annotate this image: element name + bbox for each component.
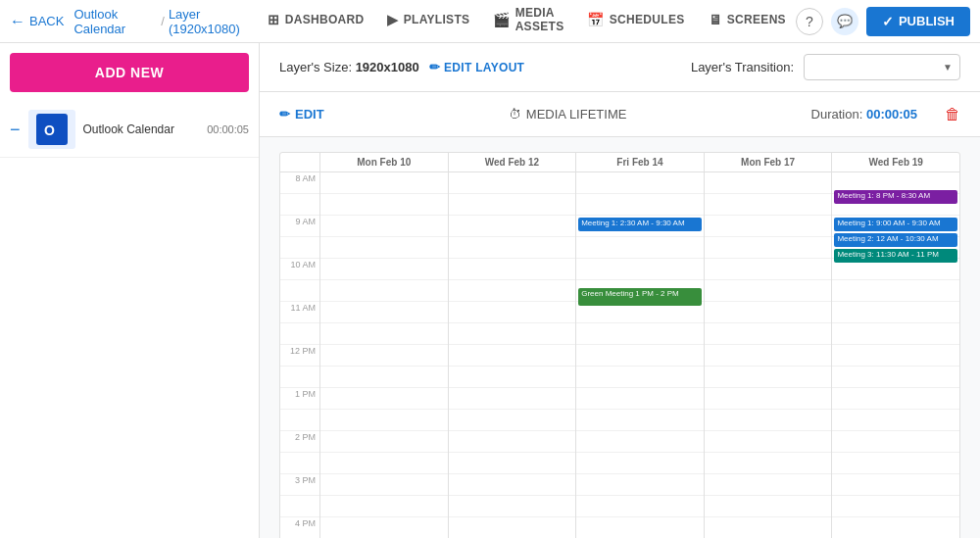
outlook-icon: O <box>36 114 68 145</box>
media-lifetime-label: MEDIA LIFETIME <box>526 107 627 122</box>
nav-item-media-assets[interactable]: 🎬 MEDIA ASSETS <box>483 0 573 42</box>
back-label: BACK <box>29 14 64 28</box>
day-header-4: Wed Feb 19 <box>831 153 959 171</box>
calendar-event: Meeting 2: 12 AM - 10:30 AM <box>834 233 957 247</box>
day-col-4: Meeting 1: 8 PM - 8:30 AM Meeting 1: 9:0… <box>831 172 959 538</box>
calendar-header: Mon Feb 10 Wed Feb 12 Fri Feb 14 Mon Feb… <box>280 153 959 172</box>
pencil-icon: ✏ <box>429 60 440 74</box>
time-slot <box>280 453 319 474</box>
media-duration: 00:00:05 <box>207 123 249 135</box>
duration-value: 00:00:05 <box>866 107 917 122</box>
publish-label: PUBLISH <box>899 14 955 28</box>
calendar-event: Meeting 1: 9:00 AM - 9:30 AM <box>834 218 957 231</box>
breadcrumb-sep: / <box>161 14 165 28</box>
layer-size-label: Layer's Size: 1920x1080 <box>279 60 419 74</box>
time-slot: 8 AM <box>280 172 319 194</box>
transition-select[interactable] <box>804 54 960 80</box>
edit-button[interactable]: ✏ EDIT <box>279 107 324 122</box>
top-nav: ← BACK Outlook Calendar / Layer (1920x10… <box>0 0 980 43</box>
nav-item-schedules[interactable]: 📅 SCHEDULES <box>577 6 694 36</box>
transition-label: Layer's Transition: <box>691 60 794 74</box>
calendar-event: Green Meeting 1 PM - 2 PM <box>578 288 702 306</box>
time-slot <box>280 194 319 216</box>
time-slot: 12 PM <box>280 345 319 367</box>
day-col-2: Meeting 1: 2:30 AM - 9:30 AM Green Meeti… <box>575 172 704 538</box>
media-thumbnail: O <box>28 110 75 149</box>
calendar-preview: Mon Feb 10 Wed Feb 12 Fri Feb 14 Mon Feb… <box>279 152 960 538</box>
nav-item-screens[interactable]: 🖥 SCREENS <box>699 6 796 36</box>
day-header-1: Wed Feb 12 <box>448 153 576 171</box>
breadcrumb-title: Outlook Calendar <box>74 7 157 36</box>
time-slot: 3 PM <box>280 474 319 496</box>
add-new-button[interactable]: ADD NEW <box>10 53 249 92</box>
time-slot: 1 PM <box>280 388 319 410</box>
clock-icon: ⏱ <box>509 107 521 122</box>
time-slot <box>280 496 319 517</box>
breadcrumb-sub: Layer (1920x1080) <box>169 7 259 36</box>
publish-button[interactable]: ✓ PUBLISH <box>866 7 970 36</box>
calendar-event: Meeting 1: 2:30 AM - 9:30 AM <box>578 218 702 231</box>
transition-select-wrapper: ▼ <box>804 54 960 80</box>
media-name: Outlook Calendar <box>83 122 200 136</box>
sidebar: ADD NEW − O Outlook Calendar 00:00:05 <box>0 43 260 538</box>
media-toolbar: ✏ EDIT ⏱ MEDIA LIFETIME Duration: 00:00:… <box>260 92 980 137</box>
back-arrow-icon: ← <box>10 13 25 30</box>
nav-item-playlists[interactable]: ▶ PLAYLISTS <box>377 6 479 36</box>
svg-text:O: O <box>44 122 55 138</box>
nav-item-dashboard[interactable]: ⊞ DASHBOARD <box>258 6 373 36</box>
calendar-container: Mon Feb 10 Wed Feb 12 Fri Feb 14 Mon Feb… <box>260 137 980 538</box>
day-columns: Meeting 1: 2:30 AM - 9:30 AM Green Meeti… <box>319 172 959 538</box>
content-header: Layer's Size: 1920x1080 ✏ EDIT LAYOUT La… <box>260 43 980 92</box>
content-area: Layer's Size: 1920x1080 ✏ EDIT LAYOUT La… <box>260 43 980 538</box>
day-header-0: Mon Feb 10 <box>319 153 448 171</box>
check-icon: ✓ <box>882 14 894 29</box>
schedules-icon: 📅 <box>587 12 604 27</box>
media-lifetime-button[interactable]: ⏱ MEDIA LIFETIME <box>509 107 627 122</box>
chat-button[interactable]: 💬 <box>831 8 858 35</box>
main-layout: ADD NEW − O Outlook Calendar 00:00:05 La… <box>0 43 980 538</box>
nav-label-screens: SCREENS <box>727 13 786 26</box>
day-col-3 <box>704 172 832 538</box>
media-assets-icon: 🎬 <box>493 12 510 27</box>
layer-size-value: 1920x1080 <box>356 60 419 74</box>
time-slot <box>280 410 319 431</box>
edit-label: EDIT <box>295 107 324 122</box>
remove-button[interactable]: − <box>10 120 21 140</box>
breadcrumb: Outlook Calendar / Layer (1920x1080) <box>74 7 258 36</box>
time-slot: 4 PM <box>280 517 319 538</box>
time-slot: 2 PM <box>280 431 319 453</box>
duration-label: Duration: 00:00:05 <box>811 107 917 122</box>
time-slot: 9 AM <box>280 216 319 237</box>
time-slot: 10 AM <box>280 259 319 280</box>
edit-layout-label: EDIT LAYOUT <box>444 61 524 74</box>
nav-label-media-assets: MEDIA ASSETS <box>515 6 564 33</box>
list-item[interactable]: − O Outlook Calendar 00:00:05 <box>0 102 259 158</box>
nav-right: ? 💬 ✓ PUBLISH <box>796 7 970 36</box>
time-slot: 11 AM <box>280 302 319 323</box>
edit-pencil-icon: ✏ <box>279 107 290 122</box>
day-header-2: Fri Feb 14 <box>575 153 704 171</box>
time-slot <box>280 323 319 345</box>
day-col-1 <box>448 172 576 538</box>
dashboard-icon: ⊞ <box>268 12 279 27</box>
day-header-3: Mon Feb 17 <box>704 153 832 171</box>
playlists-icon: ▶ <box>387 12 398 27</box>
edit-layout-button[interactable]: ✏ EDIT LAYOUT <box>429 60 525 74</box>
delete-button[interactable]: 🗑 <box>945 106 960 123</box>
calendar-event: Meeting 3: 11:30 AM - 11 PM <box>834 249 957 263</box>
back-button[interactable]: ← BACK <box>10 13 64 30</box>
calendar-body: 8 AM 9 AM 10 AM 11 AM 12 PM 1 PM 2 PM <box>280 172 959 538</box>
time-slot <box>280 237 319 259</box>
help-button[interactable]: ? <box>796 8 823 35</box>
time-header <box>280 153 319 171</box>
time-slot <box>280 280 319 302</box>
nav-label-schedules: SCHEDULES <box>610 13 685 26</box>
screens-icon: 🖥 <box>709 12 722 27</box>
nav-label-playlists: PLAYLISTS <box>404 13 470 26</box>
nav-center: ⊞ DASHBOARD ▶ PLAYLISTS 🎬 MEDIA ASSETS 📅… <box>258 0 796 42</box>
calendar-event: Meeting 1: 8 PM - 8:30 AM <box>834 190 957 204</box>
time-slot <box>280 367 319 388</box>
day-col-0 <box>319 172 448 538</box>
time-column: 8 AM 9 AM 10 AM 11 AM 12 PM 1 PM 2 PM <box>280 172 319 538</box>
nav-label-dashboard: DASHBOARD <box>285 13 365 26</box>
